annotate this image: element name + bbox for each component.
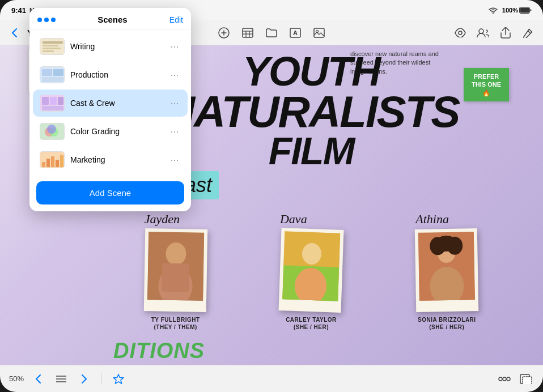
- scene-name-cast-crew: Cast & Crew: [70, 99, 163, 108]
- cast-3-polaroid: [415, 228, 479, 312]
- scene-item-marketing[interactable]: Marketing ···: [33, 146, 188, 173]
- scene-name-production: Production: [70, 70, 163, 79]
- bottom-divider: [101, 373, 101, 385]
- sidebar-header: Scenes Edit: [29, 8, 191, 29]
- svg-rect-29: [40, 39, 65, 55]
- sidebar-title: Scenes: [97, 15, 128, 24]
- sticky-note: PREFER THIS ONE 🔥: [464, 68, 509, 101]
- scene-thumbnail-writing: [40, 38, 65, 55]
- scene-item-writing[interactable]: Writing ···: [33, 33, 188, 60]
- scene-thumbnail-cast: [40, 95, 65, 112]
- add-shape-button[interactable]: [216, 25, 232, 41]
- table-button[interactable]: [240, 25, 256, 41]
- svg-rect-32: [43, 48, 61, 49]
- scene-thumbnail-color: [40, 123, 65, 140]
- svg-rect-50: [51, 156, 54, 167]
- svg-rect-51: [56, 160, 59, 167]
- cast-item-2: Dava: [280, 212, 342, 331]
- sidebar-dot-3: [51, 18, 56, 22]
- svg-rect-36: [53, 69, 63, 76]
- scene-item-cast-crew[interactable]: Cast & Crew ···: [33, 90, 188, 117]
- image-button[interactable]: [311, 25, 327, 41]
- sidebar-dot-1: [37, 18, 42, 22]
- cast-1-photo: [147, 232, 204, 301]
- svg-rect-40: [50, 97, 57, 105]
- share-button[interactable]: [498, 25, 514, 41]
- view-button[interactable]: [452, 25, 468, 41]
- pages-button[interactable]: [518, 371, 534, 387]
- scene-more-cast-crew[interactable]: ···: [168, 97, 181, 109]
- nav-next-button[interactable]: [76, 371, 92, 387]
- cast-item-3: Athina: [415, 212, 478, 331]
- text-button[interactable]: A: [287, 25, 303, 41]
- scene-item-production[interactable]: Production ···: [33, 61, 188, 88]
- svg-rect-2: [520, 8, 529, 13]
- sidebar-dot-2: [44, 18, 49, 22]
- scene-name-writing: Writing: [70, 42, 163, 51]
- scenes-sidebar: Scenes Edit Writing ··· Production ···: [29, 8, 191, 211]
- collab-button[interactable]: [475, 25, 491, 41]
- star-button[interactable]: [111, 371, 126, 387]
- edit-button[interactable]: [520, 25, 536, 41]
- list-view-button[interactable]: [53, 371, 69, 387]
- svg-rect-33: [43, 50, 54, 52]
- cast-3-script: Athina: [415, 212, 478, 227]
- svg-rect-35: [42, 69, 52, 76]
- scene-name-marketing: Marketing: [70, 155, 163, 164]
- nav-prev-button[interactable]: [31, 371, 46, 387]
- svg-marker-56: [114, 374, 124, 384]
- svg-rect-31: [43, 45, 58, 46]
- svg-point-46: [47, 125, 56, 134]
- folder-button[interactable]: [264, 25, 279, 41]
- svg-point-59: [507, 377, 510, 381]
- svg-rect-30: [43, 41, 63, 44]
- svg-rect-39: [42, 97, 49, 105]
- svg-point-58: [503, 377, 506, 381]
- svg-point-14: [479, 29, 483, 33]
- cast-2-name: CARLEY TAYLOR(SHE / HER): [286, 316, 337, 331]
- ipad-frame: 9:41 Mon Jun 10 100%: [0, 0, 543, 392]
- cast-1-name: TY FULLBRIGHT(THEY / THEM): [151, 316, 200, 331]
- scenes-list: Writing ··· Production ··· Cast & Crew ·…: [29, 29, 191, 177]
- scene-more-production[interactable]: ···: [168, 69, 181, 81]
- toolbar-center: A: [216, 25, 327, 41]
- svg-rect-37: [42, 77, 63, 82]
- cast-1-script: Jayden: [145, 212, 207, 227]
- battery-indicator: 100%: [502, 7, 532, 14]
- cast-2-polaroid: [278, 228, 343, 313]
- toolbar-right: [332, 25, 536, 41]
- sidebar-edit-button[interactable]: Edit: [169, 15, 183, 24]
- scene-more-color-grading[interactable]: ···: [168, 125, 181, 138]
- cast-photos: Jayden: [113, 212, 509, 331]
- sidebar-dots: [37, 18, 56, 22]
- svg-point-57: [499, 377, 502, 381]
- svg-point-13: [459, 31, 462, 35]
- bottom-right: [497, 371, 534, 387]
- scene-more-marketing[interactable]: ···: [168, 154, 181, 166]
- cast-1-polaroid: [143, 228, 207, 312]
- cast-item-1: Jayden: [145, 212, 207, 331]
- svg-point-0: [493, 12, 494, 14]
- svg-rect-42: [42, 106, 63, 110]
- scene-more-writing[interactable]: ···: [168, 40, 181, 53]
- svg-rect-61: [523, 377, 532, 384]
- cast-2-script: Dava: [280, 212, 342, 227]
- battery-icon: [519, 7, 532, 14]
- svg-rect-11: [314, 28, 324, 37]
- svg-rect-52: [60, 155, 63, 167]
- svg-rect-49: [46, 159, 50, 167]
- svg-text:A: A: [293, 29, 298, 36]
- cast-3-name: SONIA BRIZZOLARI(SHE / HER): [418, 316, 476, 331]
- svg-rect-18: [162, 263, 189, 292]
- zoom-level: 50%: [9, 374, 24, 383]
- wifi-icon: [489, 7, 498, 14]
- back-button[interactable]: [7, 25, 23, 41]
- scene-thumbnail-production: [40, 66, 65, 83]
- scene-item-color-grading[interactable]: Color Grading ···: [33, 118, 188, 145]
- status-right: 100%: [489, 7, 532, 14]
- cast-3-photo: [418, 232, 475, 301]
- arrange-button[interactable]: [497, 371, 512, 387]
- add-scene-button[interactable]: Add Scene: [36, 181, 184, 204]
- cast-2-photo: [282, 231, 340, 301]
- status-time: 9:41: [11, 6, 26, 15]
